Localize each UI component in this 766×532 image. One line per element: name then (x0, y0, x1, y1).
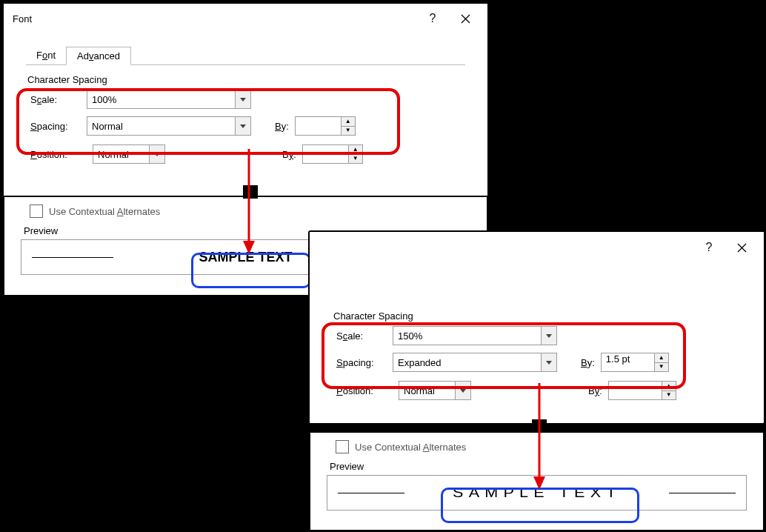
dialog-title: Font (13, 13, 416, 24)
position-value: Normal (93, 149, 149, 160)
spacing-value: Normal (87, 121, 235, 132)
character-spacing-section: Character Spacing Scale: 100% Spacing: N… (20, 74, 471, 165)
spinner-down-icon[interactable]: ▼ (342, 126, 355, 136)
by-position-spinner-2[interactable]: ▲▼ (608, 381, 676, 400)
preview-line-left-2 (338, 493, 404, 493)
checkbox-box (30, 205, 43, 218)
spinner-up-icon[interactable]: ▲ (662, 382, 676, 390)
close-button-2[interactable] (725, 233, 758, 262)
spinner-down-icon[interactable]: ▼ (662, 390, 676, 400)
spacing-value-2: Expanded (393, 357, 541, 368)
preview-box-2: SAMPLE TEXT (327, 475, 747, 511)
contextual-alternates-checkbox-2[interactable]: Use Contextual Alternates (310, 433, 763, 453)
section-legend: Character Spacing (27, 74, 471, 85)
position-label-2: Position: (336, 385, 393, 396)
position-combo[interactable]: Normal (93, 144, 165, 164)
by-spacing-value-2: 1.5 pt (602, 353, 654, 371)
preview-line-right-2 (669, 493, 736, 493)
scale-value-2: 150% (393, 330, 541, 342)
titlebar: Font ? (4, 4, 487, 33)
by-spacing-spinner[interactable]: ▲▼ (295, 116, 356, 136)
spacing-label: Spacing: (30, 121, 81, 132)
chevron-down-icon[interactable] (149, 145, 164, 163)
spinner-up-icon[interactable]: ▲ (655, 353, 668, 362)
joiner-dark (243, 185, 258, 199)
preview-label-2: Preview (330, 461, 763, 472)
spacing-combo-2[interactable]: Expanded (393, 353, 557, 372)
joiner-dark-2 (532, 419, 547, 433)
spacing-row: Spacing: Normal By: ▲▼ (20, 115, 471, 137)
by-label-position-2: By: (588, 385, 602, 396)
tab-advanced[interactable]: Advanced (66, 47, 131, 65)
help-button-2[interactable]: ? (693, 233, 725, 262)
contextual-alternates-label-2: Use Contextual Alternates (355, 442, 466, 453)
section-legend-2: Character Spacing (333, 310, 747, 322)
scale-value: 100% (87, 94, 235, 105)
help-button[interactable]: ? (416, 4, 449, 33)
preview-sample-text-2: SAMPLE TEXT (453, 485, 622, 501)
by-label-spacing: By: (275, 121, 289, 132)
position-value-2: Normal (399, 385, 455, 396)
preview-line-left (32, 257, 113, 258)
spacing-row-2: Spacing: Expanded By: 1.5 pt ▲▼ (326, 351, 747, 373)
close-icon (461, 14, 470, 24)
by-position-value (303, 145, 348, 163)
contextual-alternates-checkbox[interactable]: Use Contextual Alternates (4, 197, 487, 218)
position-combo-2[interactable]: Normal (399, 381, 471, 400)
tab-font[interactable]: Font (26, 47, 66, 65)
position-label: Position: (30, 149, 87, 160)
spinner-down-icon[interactable]: ▼ (349, 154, 362, 164)
tabs: Font Advanced (26, 47, 487, 65)
chevron-down-icon[interactable] (541, 327, 556, 345)
canvas: Font ? Font Advanced Character Spacing S… (0, 0, 766, 532)
scale-combo[interactable]: 100% (87, 90, 251, 109)
scale-label: Scale: (30, 94, 81, 105)
chevron-down-icon[interactable] (455, 382, 470, 399)
chevron-down-icon[interactable] (235, 117, 250, 135)
checkbox-box-2 (336, 440, 349, 453)
dialog2-lower-panel: Use Contextual Alternates Preview SAMPLE… (309, 431, 765, 531)
spacing-label-2: Spacing: (336, 357, 387, 368)
scale-row: Scale: 100% (20, 88, 471, 110)
titlebar-2: ? (310, 232, 764, 263)
by-position-spinner[interactable]: ▲▼ (302, 144, 363, 164)
font-dialog-2: ? Character Spacing Scale: 150% Spacing:… (308, 230, 765, 425)
by-spacing-spinner-2[interactable]: 1.5 pt ▲▼ (601, 353, 669, 372)
scale-label-2: Scale: (336, 330, 387, 342)
by-label-spacing-2: By: (581, 357, 595, 368)
position-row-2: Position: Normal By: ▲▼ (326, 379, 747, 402)
preview-sample-text: SAMPLE TEXT (199, 250, 292, 265)
by-label-position: By: (282, 149, 296, 160)
spinner-up-icon[interactable]: ▲ (349, 145, 362, 154)
scale-row-2: Scale: 150% (326, 325, 747, 347)
character-spacing-section-2: Character Spacing Scale: 150% Spacing: E… (326, 310, 747, 402)
spinner-up-icon[interactable]: ▲ (342, 117, 355, 126)
close-button[interactable] (449, 4, 482, 33)
close-icon (737, 243, 747, 253)
spinner-down-icon[interactable]: ▼ (655, 362, 668, 372)
by-position-value-2 (609, 382, 662, 399)
spacing-combo[interactable]: Normal (87, 116, 251, 136)
chevron-down-icon[interactable] (541, 353, 556, 371)
position-row: Position: Normal By: ▲▼ (20, 143, 471, 165)
contextual-alternates-label: Use Contextual Alternates (49, 206, 160, 217)
scale-combo-2[interactable]: 150% (393, 326, 557, 345)
chevron-down-icon[interactable] (235, 90, 250, 108)
by-spacing-value (296, 117, 341, 135)
